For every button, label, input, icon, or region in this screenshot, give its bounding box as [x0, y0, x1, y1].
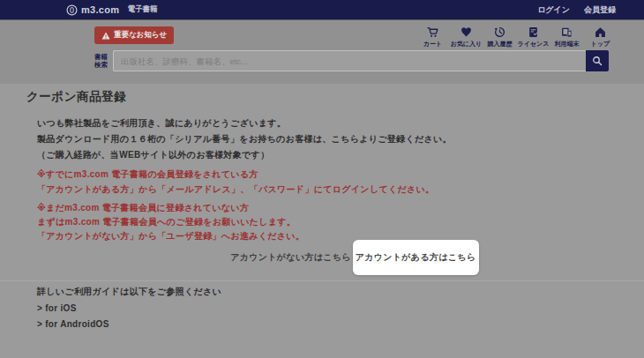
- heart-icon: [461, 26, 472, 38]
- notice-new-members: ※まだm3.com 電子書籍会員に登録されていない方 まずはm3.com 電子書…: [37, 201, 304, 243]
- nav-item-label: お気に入り: [451, 40, 483, 48]
- nav-item-label: 購入履歴: [488, 40, 513, 48]
- nav-item-cart[interactable]: カート: [419, 26, 446, 48]
- history-icon: [494, 26, 505, 38]
- nav-item-label: 利用端末: [555, 40, 580, 48]
- intro-text: いつも弊社製品をご利用頂き、誠にありがとうございます。 製品ダウンロード用の１６…: [37, 116, 452, 163]
- intro-line: 製品ダウンロード用の１６桁の「シリアル番号」をお持ちのお客様は、こちらよりご登録…: [37, 131, 452, 147]
- coupon-registration-page: m3.com 電子書籍 ログイン 会員登録 重要なお知らせ: [0, 0, 644, 358]
- m3-logo-icon: [66, 4, 78, 16]
- nav-item-favorites[interactable]: お気に入り: [453, 26, 480, 48]
- important-notice-button[interactable]: 重要なお知らせ: [94, 26, 174, 44]
- has-account-button[interactable]: アカウントがある方はこちら: [353, 240, 479, 275]
- login-link[interactable]: ログイン: [537, 4, 570, 16]
- main-content: クーポン商品登録 いつも弊社製品をご利用頂き、誠にありがとうございます。 製品ダ…: [0, 84, 644, 358]
- top-bar: m3.com 電子書籍 ログイン 会員登録: [0, 0, 644, 19]
- notice-line: まずはm3.com 電子書籍会員へのご登録をお願いいたします。: [37, 215, 304, 229]
- important-notice-label: 重要なお知らせ: [114, 30, 167, 41]
- intro-line: （ご購入経路が、当WEBサイト以外のお客様対象です）: [37, 147, 452, 163]
- account-tabs: アカウントがない方はこちら アカウントがある方はこちら: [32, 240, 644, 275]
- search-icon: [592, 56, 603, 66]
- usage-guide-heading: 詳しいご利用ガイドは以下をご参照ください: [37, 284, 221, 301]
- guide-link-ios[interactable]: > for iOS: [37, 301, 221, 317]
- search-button[interactable]: [586, 50, 609, 71]
- usage-guide: 詳しいご利用ガイドは以下をご参照ください > for iOS > for And…: [37, 284, 221, 333]
- nav-item-top[interactable]: トップ: [587, 26, 614, 48]
- license-icon: [528, 26, 539, 38]
- book-search-input[interactable]: [113, 50, 586, 71]
- book-search-label: 書籍 検索: [94, 53, 108, 69]
- notice-line: 「アカウントがある方」から「メールアドレス」、「パスワード」にてログインしてくだ…: [37, 182, 434, 197]
- m3-logo[interactable]: m3.com 電子書籍: [66, 4, 157, 16]
- intro-line: いつも弊社製品をご利用頂き、誠にありがとうございます。: [37, 116, 452, 131]
- nav-item-label: トップ: [591, 40, 610, 48]
- devices-icon: [561, 26, 573, 38]
- guide-link-android[interactable]: > for AndroidOS: [37, 317, 221, 333]
- book-search-row: 書籍 検索: [0, 48, 644, 71]
- warning-icon: [101, 32, 110, 40]
- nav-item-purchase-history[interactable]: 購入履歴: [486, 26, 513, 48]
- nav-item-license[interactable]: ライセンス: [520, 26, 547, 48]
- cart-icon: [427, 26, 438, 38]
- home-icon: [595, 26, 606, 38]
- nav-item-label: カート: [423, 40, 442, 48]
- nav-item-label: ライセンス: [518, 40, 550, 48]
- notice-line: ※まだm3.com 電子書籍会員に登録されていない方: [37, 201, 304, 215]
- logo-suffix: 電子書籍: [127, 4, 157, 15]
- header-utility-row: 重要なお知らせ カート お気に入り: [0, 19, 644, 48]
- notice-existing-members: ※すでにm3.com 電子書籍の会員登録をされている方 「アカウントがある方」か…: [37, 167, 434, 197]
- notice-line: ※すでにm3.com 電子書籍の会員登録をされている方: [37, 167, 434, 182]
- topbar-links: ログイン 会員登録: [537, 4, 616, 16]
- header-icon-nav: カート お気に入り 購入履歴: [419, 26, 614, 48]
- header-band: 重要なお知らせ カート お気に入り: [0, 19, 644, 84]
- logo-text: m3.com: [81, 4, 119, 15]
- signup-link[interactable]: 会員登録: [584, 4, 616, 16]
- nav-item-devices[interactable]: 利用端末: [553, 26, 580, 48]
- no-account-tab[interactable]: アカウントがない方はこちら: [229, 240, 353, 275]
- section-divider: [0, 280, 644, 281]
- page-title: クーポン商品登録: [26, 89, 126, 105]
